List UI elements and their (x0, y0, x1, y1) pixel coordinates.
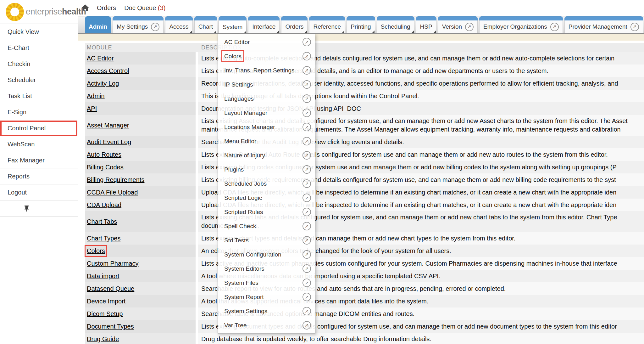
menu-item-system-files[interactable]: System Files↗ (218, 276, 315, 290)
open-in-new-icon[interactable]: ↗ (465, 23, 474, 31)
menu-item-label: Scripted Rules (224, 209, 263, 215)
module-link-billing-codes[interactable]: Billing Codes (87, 164, 124, 171)
module-link-colors[interactable]: Colors (87, 247, 105, 255)
module-link-asset-manager[interactable]: Asset Manager (87, 122, 129, 129)
menu-item-scripted-logic[interactable]: Scripted Logic↗ (218, 191, 315, 205)
module-link-drug-guide[interactable]: Drug Guide (87, 336, 119, 343)
sidebar-item-fax-manager[interactable]: Fax Manager (0, 152, 78, 168)
open-in-new-icon[interactable]: ↗ (303, 293, 311, 301)
module-link-api[interactable]: API (87, 105, 97, 112)
open-in-new-icon[interactable]: ↗ (303, 80, 311, 89)
menu-item-label: AC Editor (224, 39, 250, 45)
tab-provider-management[interactable]: Provider Management↗ (564, 16, 643, 33)
module-link-cda-upload[interactable]: CDA Upload (87, 201, 121, 209)
open-in-new-icon[interactable]: ↗ (303, 179, 311, 188)
module-link-chart-tabs[interactable]: Chart Tabs (87, 218, 117, 225)
table-row: Custom Pharmacy Lists active and inactiv… (85, 257, 644, 270)
menu-item-menu-editor[interactable]: Menu Editor↗ (218, 134, 315, 148)
breadcrumb-orders[interactable]: Orders (97, 4, 116, 12)
menu-item-ac-editor[interactable]: AC Editor↗ (218, 35, 315, 49)
open-in-new-icon[interactable]: ↗ (303, 321, 311, 330)
tab-chart[interactable]: Chart (194, 16, 217, 33)
menu-item-nature-of-injury[interactable]: Nature of Injury↗ (218, 148, 315, 162)
open-in-new-icon[interactable]: ↗ (303, 38, 311, 46)
tab-employer-organizations[interactable]: Employer Organizations↗ (479, 16, 563, 33)
open-in-new-icon[interactable]: ↗ (303, 137, 311, 145)
open-in-new-icon[interactable]: ↗ (303, 94, 311, 103)
module-link-custom-pharmacy[interactable]: Custom Pharmacy (87, 260, 139, 267)
module-link-access-control[interactable]: Access Control (87, 67, 129, 75)
sidebar-item-scheduler[interactable]: Scheduler (0, 72, 78, 88)
module-link-device-import[interactable]: Device Import (87, 298, 125, 305)
module-link-dicom-setup[interactable]: Dicom Setup (87, 310, 123, 318)
menu-item-scheduled-jobs[interactable]: Scheduled Jobs↗ (218, 177, 315, 191)
module-link-audit-event-log[interactable]: Audit Event Log (87, 138, 131, 146)
open-in-new-icon[interactable]: ↗ (303, 194, 311, 202)
tab-printing[interactable]: Printing (347, 16, 375, 33)
open-in-new-icon[interactable]: ↗ (550, 23, 559, 31)
sidebar-item-e-sign[interactable]: E-Sign (0, 104, 78, 120)
open-in-new-icon[interactable]: ↗ (303, 264, 311, 273)
menu-item-spell-check[interactable]: Spell Check↗ (218, 219, 315, 233)
tab-system[interactable]: System (219, 16, 247, 34)
sidebar-item-reports[interactable]: Reports (0, 168, 78, 184)
menu-item-inv-trans-report-settings[interactable]: Inv. Trans. Report Settings↗ (218, 63, 315, 77)
tab-reference[interactable]: Reference (309, 16, 345, 33)
tab-scheduling[interactable]: Scheduling (377, 16, 414, 33)
breadcrumb-doc-queue[interactable]: Doc Queue (3) (124, 4, 165, 12)
sidebar-item-logout[interactable]: Logout (0, 184, 78, 200)
menu-item-std-tests[interactable]: Std Tests↗ (218, 233, 315, 247)
open-in-new-icon[interactable]: ↗ (303, 151, 311, 160)
tab-version[interactable]: Version↗ (438, 16, 478, 33)
open-in-new-icon[interactable]: ↗ (303, 279, 311, 287)
menu-item-system-configuration[interactable]: System Configuration↗ (218, 247, 315, 262)
module-link-ccda-file-upload[interactable]: CCDA File Upload (87, 189, 138, 196)
open-in-new-icon[interactable]: ↗ (303, 123, 311, 131)
sidebar-item-checkin[interactable]: Checkin (0, 56, 78, 72)
sidebar-item-task-list[interactable]: Task List (0, 88, 78, 104)
module-link-ac-editor[interactable]: AC Editor (87, 55, 114, 62)
tab-admin[interactable]: Admin (85, 16, 111, 33)
module-link-activity-log[interactable]: Activity Log (87, 80, 119, 87)
module-link-chart-types[interactable]: Chart Types (87, 235, 120, 242)
open-in-new-icon[interactable]: ↗ (303, 208, 311, 216)
menu-item-colors[interactable]: Colors↗ (218, 49, 315, 63)
sidebar-item-quick-view[interactable]: Quick View (0, 24, 78, 40)
menu-item-var-tree[interactable]: Var Tree↗ (218, 318, 315, 332)
open-in-new-icon[interactable]: ↗ (151, 23, 159, 31)
tab-orders[interactable]: Orders (281, 16, 308, 33)
open-in-new-icon[interactable]: ↗ (303, 109, 311, 117)
open-in-new-icon[interactable]: ↗ (303, 307, 311, 315)
open-in-new-icon[interactable]: ↗ (630, 23, 639, 31)
tab-interface[interactable]: Interface (248, 16, 280, 33)
open-in-new-icon[interactable]: ↗ (303, 222, 311, 230)
module-link-auto-routes[interactable]: Auto Routes (87, 151, 121, 158)
tab-access[interactable]: Access (165, 16, 192, 33)
menu-item-system-settings[interactable]: System Settings↗ (218, 304, 315, 318)
module-link-admin[interactable]: Admin (87, 93, 105, 100)
open-in-new-icon[interactable]: ↗ (303, 250, 311, 259)
menu-item-system-report[interactable]: System Report↗ (218, 290, 315, 304)
main-area: Orders Doc Queue (3) Admin My Settings↗ … (78, 0, 644, 344)
pushpin-icon[interactable] (24, 205, 30, 212)
menu-item-locations-manager[interactable]: Locations Manager↗ (218, 120, 315, 134)
tab-hsp[interactable]: HSP (416, 16, 436, 33)
open-in-new-icon[interactable]: ↗ (303, 66, 311, 75)
open-in-new-icon[interactable]: ↗ (303, 52, 311, 60)
sidebar-item-e-chart[interactable]: E-Chart (0, 40, 78, 56)
module-link-billing-requirements[interactable]: Billing Requirements (87, 176, 144, 183)
menu-item-ip-settings[interactable]: IP Settings↗ (218, 77, 315, 92)
module-link-data-import[interactable]: Data import (87, 273, 119, 280)
tab-my-settings[interactable]: My Settings↗ (113, 16, 164, 33)
menu-item-layout-manager[interactable]: Layout Manager↗ (218, 106, 315, 120)
sidebar-item-webscan[interactable]: WebScan (0, 136, 78, 152)
module-link-document-types[interactable]: Document Types (87, 323, 134, 330)
sidebar-item-control-panel[interactable]: Control Panel (0, 120, 78, 136)
menu-item-scripted-rules[interactable]: Scripted Rules↗ (218, 205, 315, 219)
menu-item-plugins[interactable]: Plugins↗ (218, 162, 315, 177)
menu-item-system-editors[interactable]: System Editors↗ (218, 262, 315, 276)
open-in-new-icon[interactable]: ↗ (303, 236, 311, 245)
menu-item-languages[interactable]: Languages↗ (218, 92, 315, 106)
open-in-new-icon[interactable]: ↗ (303, 165, 311, 174)
module-link-datasend-queue[interactable]: Datasend Queue (87, 285, 134, 292)
